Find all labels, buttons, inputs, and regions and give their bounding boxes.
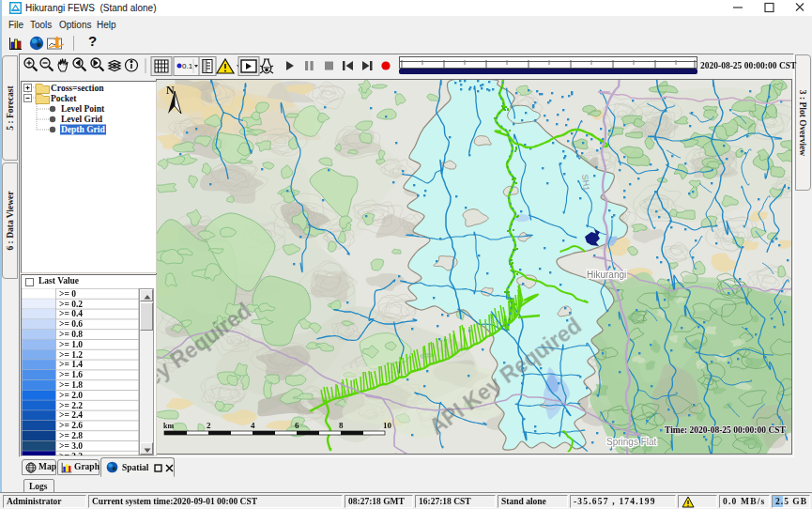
- svg-text:8: 8: [339, 421, 344, 430]
- svg-text:Hikurangi: Hikurangi: [587, 270, 626, 280]
- svg-text:>= 1.2: >= 1.2: [59, 350, 83, 360]
- svg-text:N: N: [166, 84, 175, 97]
- svg-text:>= 0.2: >= 0.2: [59, 300, 83, 309]
- svg-text:>= 2.8: >= 2.8: [59, 431, 83, 440]
- svg-text:>= 1.4: >= 1.4: [59, 360, 83, 369]
- svg-text:SH1: SH1: [580, 174, 591, 191]
- svg-text:>= 2.6: >= 2.6: [59, 421, 83, 430]
- svg-text:>= 3.0: >= 3.0: [59, 441, 83, 451]
- svg-text:>= 0.6: >= 0.6: [59, 319, 83, 329]
- svg-text:>= 1.0: >= 1.0: [59, 340, 83, 349]
- svg-text:>= 3.2: >= 3.2: [59, 452, 83, 455]
- svg-text:Depth Grid: Depth Grid: [61, 125, 105, 134]
- svg-text:2: 2: [207, 421, 211, 430]
- svg-text:>= 1.8: >= 1.8: [59, 380, 83, 390]
- svg-text:Springs Flat: Springs Flat: [606, 437, 657, 447]
- svg-text:>= 0.4: >= 0.4: [59, 309, 83, 318]
- svg-text:0.1: 0.1: [182, 62, 193, 70]
- svg-text:10: 10: [383, 421, 392, 430]
- svg-text:Time: 2020-08-25 00:00:00 CST: Time: 2020-08-25 00:00:00 CST: [665, 425, 787, 435]
- svg-text:6: 6: [295, 421, 299, 430]
- svg-text:>= 2.2: >= 2.2: [59, 401, 83, 410]
- svg-text:km: km: [163, 422, 174, 430]
- svg-text:Pocket: Pocket: [51, 94, 77, 103]
- svg-text:>= 2.4: >= 2.4: [59, 410, 83, 420]
- svg-text:>= 1.6: >= 1.6: [59, 370, 83, 379]
- svg-text:4: 4: [251, 421, 255, 430]
- svg-text:Level Point: Level Point: [61, 104, 105, 114]
- svg-text:Cross=section: Cross=section: [51, 84, 104, 93]
- svg-text:>= 0: >= 0: [59, 289, 76, 299]
- svg-text:>= 2.0: >= 2.0: [59, 391, 83, 400]
- svg-text:>= 0.8: >= 0.8: [59, 330, 83, 339]
- svg-text:Level Grid: Level Grid: [61, 115, 103, 124]
